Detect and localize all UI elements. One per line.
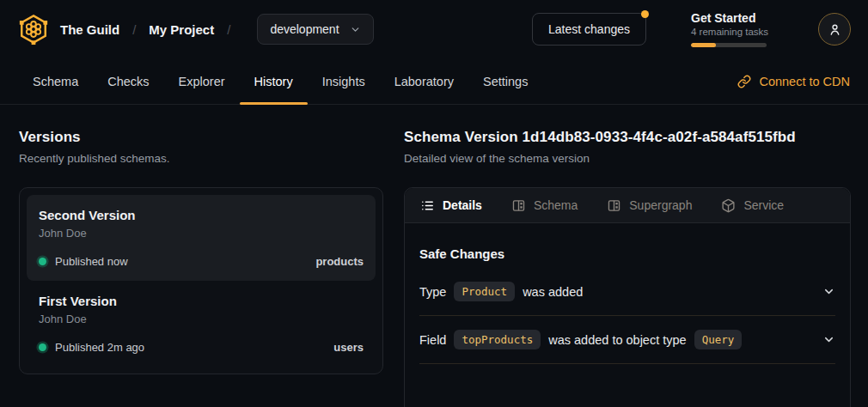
link-icon (737, 75, 751, 88)
version-published-status: Published now (55, 255, 128, 268)
user-icon (828, 22, 842, 37)
detail-title: Schema Version 1d14db83-0933-4f4c-a02f-a… (404, 129, 851, 146)
detail-tab-schema[interactable]: Schema (511, 198, 578, 213)
connect-to-cdn-link[interactable]: Connect to CDN (737, 58, 850, 104)
versions-header: Versions Recently published schemas. (19, 129, 383, 165)
latest-changes-button[interactable]: Latest changes (532, 13, 646, 46)
detail-tab-service[interactable]: Service (721, 198, 784, 213)
change-text: was added to object type (548, 333, 686, 347)
user-menu-button[interactable] (818, 13, 851, 46)
version-service-name: products (315, 255, 364, 268)
connect-to-cdn-label: Connect to CDN (759, 75, 850, 88)
version-title: Second Version (39, 208, 364, 222)
tab-schema[interactable]: Schema (18, 58, 93, 104)
chevron-down-icon[interactable] (822, 333, 835, 346)
safe-changes-title: Safe Changes (419, 246, 835, 261)
version-author: John Doe (39, 227, 364, 240)
version-detail-card: Details Schema (404, 187, 851, 407)
breadcrumb-project[interactable]: My Project (149, 22, 214, 37)
version-title: First Version (39, 294, 364, 308)
columns-icon (511, 198, 526, 213)
detail-tab-label: Supergraph (629, 198, 692, 212)
versions-panel: Versions Recently published schemas. Sec… (19, 129, 383, 407)
detail-subtitle: Detailed view of the schema version (404, 152, 851, 165)
code-badge: Product (454, 282, 515, 301)
versions-list: Second Version John Doe Published now pr… (19, 187, 383, 374)
published-status-icon (39, 343, 46, 351)
version-meta: Published now products (39, 255, 364, 268)
get-started-subtitle: 4 remaining tasks (691, 27, 770, 37)
detail-header: Schema Version 1d14db83-0933-4f4c-a02f-a… (404, 129, 851, 165)
version-list-item-second[interactable]: Second Version John Doe Published now pr… (27, 195, 376, 281)
header-right: Latest changes Get Started 4 remaining t… (532, 11, 851, 47)
detail-body: Safe Changes Type Product was added Fiel… (405, 223, 850, 364)
change-text: was added (523, 285, 583, 299)
published-status-icon (39, 258, 46, 265)
version-detail-panel: Schema Version 1d14db83-0933-4f4c-a02f-a… (404, 129, 851, 407)
tab-checks[interactable]: Checks (93, 58, 163, 104)
get-started-progress-track (691, 43, 767, 47)
detail-tab-label: Details (443, 198, 482, 212)
version-service-name: users (333, 341, 364, 354)
detail-tab-label: Schema (534, 198, 578, 212)
version-list-item-first[interactable]: First Version John Doe Published 2m ago … (27, 281, 376, 367)
version-published-status: Published 2m ago (55, 341, 144, 354)
columns-icon (607, 198, 621, 213)
change-row-type-added[interactable]: Type Product was added (419, 268, 835, 316)
code-badge: topProducts (454, 330, 541, 349)
tab-explorer[interactable]: Explorer (164, 58, 240, 104)
latest-changes-label: Latest changes (548, 22, 630, 36)
tab-history[interactable]: History (240, 58, 308, 104)
tab-settings[interactable]: Settings (468, 58, 542, 104)
tab-insights[interactable]: Insights (308, 58, 380, 104)
tab-laboratory[interactable]: Laboratory (380, 58, 468, 104)
main-content: Versions Recently published schemas. Sec… (0, 105, 868, 407)
versions-subtitle: Recently published schemas. (19, 152, 383, 165)
code-badge: Query (694, 330, 743, 349)
guild-hive-logo-icon[interactable] (17, 13, 50, 46)
versions-title: Versions (19, 129, 383, 146)
environment-select-value: development (270, 22, 339, 36)
get-started-title: Get Started (691, 11, 770, 25)
app-header: The Guild / My Project / development Lat… (0, 0, 868, 58)
breadcrumb-org[interactable]: The Guild (60, 22, 119, 37)
get-started-progress-fill (691, 43, 716, 47)
detail-tab-details[interactable]: Details (420, 198, 482, 213)
change-row-field-added[interactable]: Field topProducts was added to object ty… (419, 316, 835, 364)
notification-dot (641, 10, 649, 18)
detail-tabbar: Details Schema (405, 188, 850, 223)
detail-tab-supergraph[interactable]: Supergraph (607, 198, 692, 213)
change-text: Field (419, 333, 446, 347)
change-text: Type (419, 285, 446, 299)
version-meta: Published 2m ago users (39, 341, 364, 354)
breadcrumb-separator: / (227, 22, 230, 37)
environment-select[interactable]: development (257, 14, 373, 45)
breadcrumb-separator: / (132, 22, 136, 37)
chevron-down-icon (350, 24, 361, 35)
list-icon (420, 198, 435, 213)
chevron-down-icon[interactable] (822, 285, 835, 298)
box-icon (721, 198, 736, 213)
detail-tab-label: Service (743, 198, 784, 212)
get-started-widget[interactable]: Get Started 4 remaining tasks (691, 11, 770, 47)
version-author: John Doe (39, 313, 364, 325)
target-nav-tabs: Schema Checks Explorer History Insights … (0, 58, 868, 105)
